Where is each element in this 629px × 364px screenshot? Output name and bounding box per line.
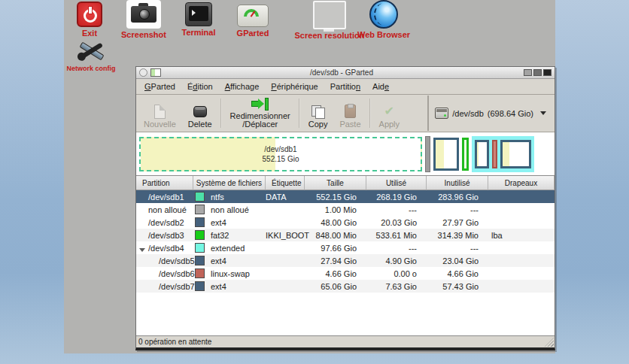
table-row-sdb7[interactable]: /dev/sdb7 ext4 65.06 Gio 7.63 Gio 57.43 …: [136, 280, 555, 293]
drive-icon: [435, 108, 448, 119]
menubar: GParted Édition Affichage Périphérique P…: [136, 79, 555, 95]
pending-operations-text: 0 opération en attente: [138, 338, 211, 346]
power-icon: [77, 2, 102, 27]
menu-edition[interactable]: Édition: [181, 80, 219, 93]
camera-icon: [126, 0, 161, 29]
delete-icon: [193, 104, 207, 119]
partition-visual-unallocated[interactable]: [425, 136, 430, 172]
table-row-sdb4[interactable]: /dev/sdb4 extended 97.66 Gio --- ---: [136, 241, 555, 254]
desktop-icon-screenshot[interactable]: Screenshot: [114, 0, 173, 39]
fs-color-swatch: [195, 243, 205, 253]
partition-visual-sdb6[interactable]: [492, 140, 497, 168]
delete-button[interactable]: Delete: [182, 96, 218, 131]
toolbar-separator: [299, 99, 300, 128]
icon-label: Web Browser: [357, 30, 410, 39]
fs-color-swatch: [195, 217, 205, 227]
maximize-button[interactable]: [533, 69, 542, 76]
table-row-sdb3[interactable]: /dev/sdb3 fat32 IKKI_BOOT 848.00 Mio 533…: [136, 229, 555, 241]
fs-color-swatch: [195, 281, 205, 291]
header-used: Utilisé: [366, 176, 427, 190]
tools-icon: [75, 39, 107, 63]
fs-color-swatch: [195, 192, 205, 202]
partition-visual-sdb2[interactable]: [433, 138, 459, 171]
globe-icon: [369, 0, 398, 29]
partition-visual-sdb1-selected[interactable]: /dev/sdb1 552.15 Gio: [139, 137, 422, 171]
app-icon: [150, 68, 161, 77]
close-button[interactable]: [543, 69, 552, 76]
partition-visual-bar: /dev/sdb1 552.15 Gio: [136, 132, 555, 176]
visual-partition-name: /dev/sdb1: [264, 144, 296, 154]
desktop-icon-exit[interactable]: Exit: [71, 2, 108, 38]
expander-icon[interactable]: [139, 248, 145, 252]
resize-arrow-icon: [251, 97, 269, 111]
partition-visual-sdb5[interactable]: [475, 140, 489, 168]
header-unused: Inutilisé: [427, 176, 488, 190]
resize-move-button[interactable]: Redimensionner /Déplacer: [224, 96, 296, 131]
partition-visual-sdb4-extended[interactable]: [472, 136, 534, 172]
minimize-button[interactable]: [524, 69, 532, 76]
new-button[interactable]: Nouvelle: [138, 96, 182, 131]
apply-check-icon: ✔: [384, 104, 394, 119]
statusbar: 0 opération en attente: [136, 335, 555, 347]
copy-icon: [311, 104, 325, 119]
icon-label: Screenshot: [121, 30, 166, 39]
table-header: Partition Système de fichiers Étiquette …: [136, 176, 555, 190]
menu-peripherique[interactable]: Périphérique: [265, 80, 324, 93]
window-title: /dev/sdb - GParted: [161, 68, 522, 77]
fs-color-swatch: [195, 205, 205, 214]
header-partition: Partition: [136, 176, 193, 190]
window-menu-icon[interactable]: [139, 68, 147, 77]
menu-affichage[interactable]: Affichage: [219, 80, 266, 93]
paste-clipboard-icon: [345, 104, 356, 119]
fs-color-swatch: [195, 230, 205, 240]
icon-label: Exit: [82, 29, 97, 38]
icon-label: Network config: [66, 65, 115, 72]
gparted-window: /dev/sdb - GParted GParted Édition Affic…: [135, 66, 555, 350]
desktop-icon-terminal[interactable]: Terminal: [175, 2, 222, 37]
desktop-icon-web-browser[interactable]: Web Browser: [351, 0, 417, 39]
terminal-icon: [185, 2, 212, 26]
table-row-sdb2[interactable]: /dev/sdb2 ext4 48.00 Gio 20.03 Gio 27.97…: [136, 216, 555, 229]
menu-partition[interactable]: Partition: [324, 80, 366, 93]
table-row-sdb1[interactable]: /dev/sdb1 ntfs DATA 552.15 Gio 268.19 Gi…: [136, 190, 555, 203]
desktop: Exit Screenshot Terminal GParted Screen …: [0, 0, 629, 364]
partition-visual-sdb3[interactable]: [462, 138, 469, 171]
desktop-icon-gparted[interactable]: GParted: [230, 5, 275, 38]
desktop-icon-network-config[interactable]: Network config: [66, 39, 116, 72]
apply-button[interactable]: ✔ Apply: [373, 96, 406, 131]
partition-table: Partition Système de fichiers Étiquette …: [136, 176, 555, 335]
titlebar[interactable]: /dev/sdb - GParted: [136, 67, 555, 79]
menu-aide[interactable]: Aide: [366, 80, 395, 93]
paste-button[interactable]: Paste: [333, 96, 366, 131]
menu-gparted[interactable]: GParted: [138, 80, 181, 93]
chevron-down-icon: [540, 111, 546, 115]
fs-color-swatch: [195, 268, 205, 278]
header-label: Étiquette: [266, 176, 305, 190]
resize-grip[interactable]: [545, 338, 554, 347]
header-size: Taille: [305, 176, 366, 190]
device-path: /dev/sdb: [452, 109, 484, 118]
header-filesystem: Système de fichiers: [193, 176, 266, 190]
table-row-sdb5[interactable]: /dev/sdb5 ext4 27.94 Gio 4.90 Gio 23.04 …: [136, 254, 555, 267]
icon-label: GParted: [237, 29, 269, 38]
monitor-icon: [313, 1, 346, 29]
toolbar-separator: [220, 99, 222, 128]
device-size: (698.64 Gio): [488, 109, 533, 118]
device-selector[interactable]: /dev/sdb (698.64 Gio): [427, 96, 553, 131]
fs-color-swatch: [195, 256, 205, 265]
toolbar-separator: [369, 99, 371, 128]
copy-button[interactable]: Copy: [302, 96, 334, 131]
header-flags: Drapeaux: [488, 176, 555, 190]
partition-visual-sdb7[interactable]: [500, 140, 531, 168]
table-row-unallocated[interactable]: non alloué non alloué 1.00 Mio --- ---: [136, 203, 555, 216]
table-row-sdb6[interactable]: /dev/sdb6 linux-swap 4.66 Gio 0.00 o 4.6…: [136, 267, 555, 280]
toolbar: Nouvelle Delete Redimensionner /Déplacer…: [136, 95, 555, 132]
visual-partition-size: 552.15 Gio: [263, 154, 299, 164]
new-document-icon: [154, 104, 166, 119]
icon-label: Terminal: [181, 28, 215, 37]
disk-gauge-icon: [237, 5, 269, 27]
